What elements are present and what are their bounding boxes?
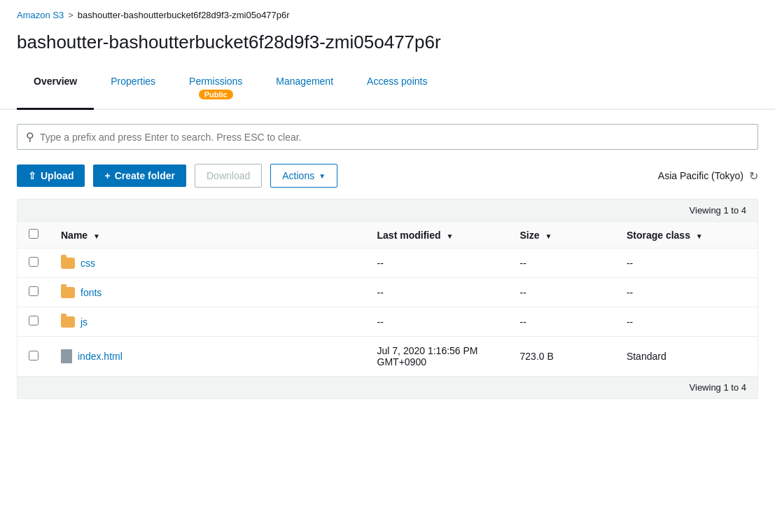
tab-management[interactable]: Management [259,67,350,110]
last-modified-sort-icon: ▼ [446,232,453,240]
row-checkbox-cell [18,307,50,337]
select-all-header [18,222,50,248]
row-last-modified: -- [366,278,509,307]
row-checkbox[interactable] [29,316,39,326]
toolbar: ⇧ Upload + Create folder Download Action… [17,164,758,188]
download-button[interactable]: Download [195,164,262,188]
row-checkbox[interactable] [29,257,39,267]
breadcrumb-link-s3[interactable]: Amazon S3 [17,10,64,20]
chevron-down-icon: ▼ [319,172,326,180]
create-folder-button[interactable]: + Create folder [93,164,186,187]
row-checkbox-cell [18,337,50,377]
viewing-info-bottom: Viewing 1 to 4 [18,376,757,398]
size-column-header[interactable]: Size ▼ [509,222,615,248]
last-modified-column-header[interactable]: Last modified ▼ [366,222,509,248]
search-bar: ⚲ [17,124,758,150]
actions-button[interactable]: Actions ▼ [270,164,337,188]
row-checkbox[interactable] [29,351,39,360]
row-size: -- [509,278,615,307]
row-last-modified: Jul 7, 2020 1:16:56 PM GMT+0900 [366,337,509,377]
item-name-link[interactable]: css [81,258,95,269]
row-size: 723.0 B [509,337,615,377]
refresh-icon[interactable]: ↻ [749,169,758,183]
row-storage-class: Standard [615,337,757,377]
viewing-info-top: Viewing 1 to 4 [18,200,757,222]
row-checkbox[interactable] [29,286,39,296]
file-icon [61,349,72,363]
row-size: -- [509,307,615,337]
upload-icon: ⇧ [28,170,36,181]
row-checkbox-cell [18,248,50,278]
folder-icon [61,316,75,328]
name-column-header[interactable]: Name ▼ [50,222,366,248]
tab-overview[interactable]: Overview [17,67,94,110]
name-sort-icon: ▼ [93,232,100,240]
table-container: Viewing 1 to 4 Name ▼ Last modified ▼ [17,199,758,399]
breadcrumb-separator: > [68,10,74,20]
tabs-container: Overview Properties Permissions Public M… [0,67,775,110]
row-last-modified: -- [366,307,509,337]
item-name-link[interactable]: fonts [81,287,102,298]
storage-sort-icon: ▼ [696,232,703,240]
row-last-modified: -- [366,248,509,278]
folder-icon [61,287,75,298]
permissions-badge: Public [199,90,233,99]
tab-permissions[interactable]: Permissions Public [172,67,259,110]
storage-class-column-header[interactable]: Storage class ▼ [615,222,757,248]
region-label: Asia Pacific (Tokyo) [658,170,743,181]
row-storage-class: -- [615,307,757,337]
table-row: js -- -- -- [18,307,757,337]
table-row: index.html Jul 7, 2020 1:16:56 PM GMT+09… [18,337,757,377]
region-info: Asia Pacific (Tokyo) ↻ [658,169,758,183]
item-name-link[interactable]: js [81,316,88,328]
row-checkbox-cell [18,278,50,307]
row-name-cell: css [50,248,366,278]
row-storage-class: -- [615,278,757,307]
table-row: css -- -- -- [18,248,757,278]
row-size: -- [509,248,615,278]
item-name-link[interactable]: index.html [78,351,123,362]
files-table: Name ▼ Last modified ▼ Size ▼ Storage cl… [18,222,757,376]
page-title: bashoutter-bashoutterbucket6f28d9f3-zmi0… [0,26,775,67]
add-icon: + [104,170,110,181]
breadcrumb-current: bashoutter-bashoutterbucket6f28d9f3-zmi0… [78,10,290,20]
content-area: ⚲ ⇧ Upload + Create folder Download Acti… [0,110,775,413]
row-storage-class: -- [615,248,757,278]
select-all-checkbox[interactable] [29,229,39,239]
folder-icon [61,258,75,269]
upload-button[interactable]: ⇧ Upload [17,164,85,187]
table-row: fonts -- -- -- [18,278,757,307]
row-name-cell: js [50,307,366,337]
size-sort-icon: ▼ [545,232,552,240]
tab-properties[interactable]: Properties [94,67,172,110]
tab-access-points[interactable]: Access points [350,67,444,110]
breadcrumb: Amazon S3 > bashoutter-bashoutterbucket6… [0,0,775,26]
row-name-cell: fonts [50,278,366,307]
row-name-cell: index.html [50,337,366,377]
search-icon: ⚲ [26,130,34,144]
search-input[interactable] [40,132,749,143]
